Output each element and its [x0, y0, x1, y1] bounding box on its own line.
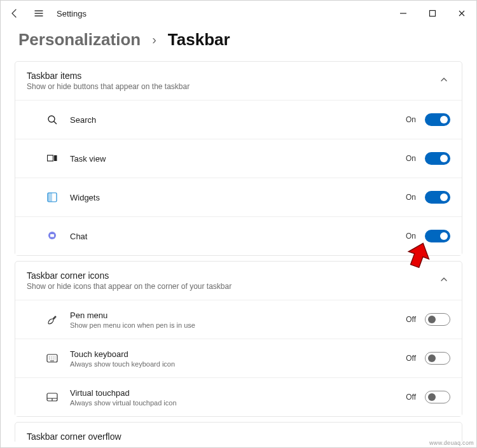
keyboard-icon [38, 348, 66, 368]
toggle-state: Off [402, 315, 416, 324]
touchpad-icon [38, 387, 66, 407]
row-label: Search [70, 115, 402, 125]
watermark: www.deuaq.com [429, 440, 474, 446]
row-label: Pen menu [70, 311, 402, 320]
row-sublabel: Always show touch keyboard icon [70, 360, 402, 368]
svg-rect-2 [48, 155, 53, 161]
toggle-state: On [402, 232, 416, 241]
toggle-state: On [402, 154, 416, 163]
section-taskbar-items: Taskbar items Show or hide buttons that … [15, 61, 462, 256]
toggle-state: Off [402, 354, 416, 363]
section-title: Taskbar corner overflow [27, 431, 450, 442]
row-label: Virtual touchpad [70, 388, 402, 398]
minimize-button[interactable] [389, 1, 418, 26]
toggle-pen-menu[interactable] [425, 313, 450, 326]
chat-icon [38, 226, 66, 246]
svg-point-1 [48, 116, 55, 122]
toggle-taskview[interactable] [425, 152, 450, 165]
back-button[interactable] [6, 4, 24, 22]
widgets-icon [38, 187, 66, 207]
row-sublabel: Show pen menu icon when pen is in use [70, 321, 402, 329]
hamburger-menu-icon[interactable] [30, 4, 48, 22]
chevron-up-icon [438, 75, 450, 87]
row-touch-keyboard: Touch keyboard Always show touch keyboar… [15, 339, 462, 377]
row-chat: Chat On [15, 216, 462, 255]
breadcrumb-parent[interactable]: Personalization [18, 30, 141, 50]
row-virtual-touchpad: Virtual touchpad Always show virtual tou… [15, 377, 462, 416]
section-overflow: Taskbar corner overflow Choose which ico… [15, 422, 462, 442]
row-search: Search On [15, 100, 462, 139]
settings-window: Settings Personalization › Taskbar Taskb… [0, 0, 477, 448]
row-label: Chat [70, 232, 402, 241]
section-header-overflow[interactable]: Taskbar corner overflow Choose which ico… [15, 423, 462, 442]
svg-rect-7 [50, 234, 54, 237]
toggle-state: On [402, 115, 416, 124]
section-title: Taskbar corner icons [27, 270, 438, 281]
row-label: Widgets [70, 193, 402, 202]
chevron-up-icon [438, 275, 450, 286]
section-header-taskbar-items[interactable]: Taskbar items Show or hide buttons that … [15, 62, 462, 100]
chevron-right-icon: › [152, 32, 156, 47]
pen-icon [38, 309, 66, 330]
window-controls [389, 1, 476, 26]
section-corner-icons: Taskbar corner icons Show or hide icons … [15, 261, 462, 417]
breadcrumb-current: Taskbar [168, 30, 230, 50]
section-subtitle: Show or hide icons that appear on the co… [27, 282, 438, 291]
toggle-state: On [402, 193, 416, 202]
maximize-button[interactable] [418, 1, 447, 26]
breadcrumb: Personalization › Taskbar [1, 26, 476, 61]
svg-rect-3 [54, 155, 57, 161]
row-task-view: Task view On [15, 139, 462, 178]
taskview-icon [38, 148, 66, 169]
content-scroll[interactable]: Taskbar items Show or hide buttons that … [1, 61, 476, 442]
svg-rect-0 [430, 11, 436, 17]
row-pen-menu: Pen menu Show pen menu icon when pen is … [15, 300, 462, 339]
svg-rect-5 [48, 193, 52, 202]
row-label: Touch keyboard [70, 349, 402, 359]
toggle-touch-keyboard[interactable] [425, 352, 450, 365]
toggle-widgets[interactable] [425, 191, 450, 204]
row-sublabel: Always show virtual touchpad icon [70, 399, 402, 407]
toggle-search[interactable] [425, 113, 450, 126]
close-button[interactable] [447, 1, 476, 26]
search-icon [38, 109, 66, 130]
section-header-corner-icons[interactable]: Taskbar corner icons Show or hide icons … [15, 262, 462, 300]
titlebar: Settings [1, 1, 476, 26]
toggle-virtual-touchpad[interactable] [425, 391, 450, 403]
section-title: Taskbar items [27, 71, 438, 81]
app-title: Settings [57, 9, 86, 18]
row-label: Task view [70, 154, 402, 164]
toggle-state: Off [402, 393, 416, 402]
row-widgets: Widgets On [15, 178, 462, 216]
toggle-chat[interactable] [425, 230, 450, 242]
section-subtitle: Show or hide buttons that appear on the … [27, 82, 438, 91]
